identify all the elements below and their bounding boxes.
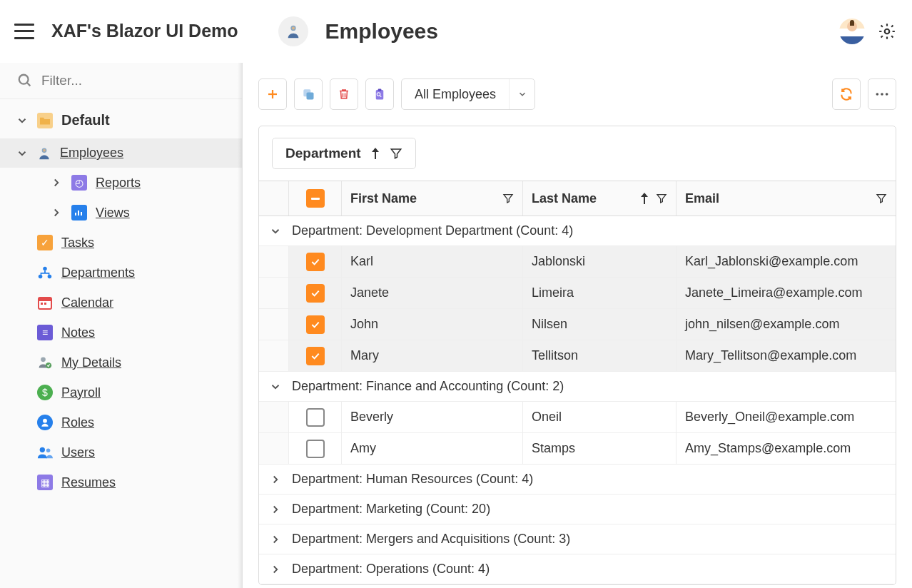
nav-item-reports[interactable]: ◴Reports	[0, 168, 242, 198]
checkbox-checked-icon[interactable]	[306, 253, 325, 271]
nav-item-resumes[interactable]: ▦Resumes	[0, 467, 242, 497]
cell-first-name: Amy	[342, 433, 523, 464]
nav-item-label: Tasks	[61, 235, 94, 250]
nav-item-payroll[interactable]: $Payroll	[0, 377, 242, 407]
svg-rect-15	[39, 298, 51, 301]
svg-rect-36	[375, 151, 376, 159]
nav-item-my-details[interactable]: My Details	[0, 348, 242, 377]
checkbox-empty-icon[interactable]	[306, 408, 325, 427]
group-label: Department: Operations (Count: 4)	[292, 562, 490, 577]
nav-item-tasks[interactable]: ✓Tasks	[0, 228, 242, 258]
group-row[interactable]: Department: Marketing (Count: 20)	[259, 495, 896, 524]
svg-rect-30	[378, 89, 382, 91]
more-actions-button[interactable]	[868, 78, 896, 110]
group-panel: Department	[259, 126, 896, 181]
filter-icon[interactable]	[656, 193, 667, 204]
group-label: Department: Development Department (Coun…	[292, 223, 573, 238]
nav-item-label: Roles	[61, 415, 94, 430]
data-row[interactable]: MaryTellitsonMary_Tellitson@example.com	[259, 340, 896, 372]
checkbox-indeterminate-icon	[306, 189, 325, 208]
nav-item-roles[interactable]: Roles	[0, 407, 242, 437]
clipboard-button[interactable]	[365, 78, 394, 110]
chevron-down-icon	[269, 225, 282, 238]
filter-icon[interactable]	[876, 193, 887, 204]
chevron-right-icon	[269, 563, 282, 576]
filter-icon[interactable]	[390, 147, 402, 160]
svg-rect-16	[41, 303, 43, 305]
nav-item-label: Users	[61, 445, 95, 460]
data-row[interactable]: JohnNilsenjohn_nilsen@example.com	[259, 309, 896, 340]
group-row[interactable]: Department: Operations (Count: 4)	[259, 554, 896, 584]
svg-line-4	[27, 83, 31, 86]
svg-point-34	[881, 93, 883, 96]
nav-item-label: Payroll	[61, 385, 101, 400]
svg-point-18	[41, 358, 46, 363]
chevron-right-icon	[269, 503, 282, 516]
settings-button[interactable]	[876, 21, 898, 42]
group-row[interactable]: Department: Mergers and Acquisitions (Co…	[259, 524, 896, 554]
group-chip-department[interactable]: Department	[272, 138, 416, 169]
svg-point-2	[885, 29, 890, 34]
column-email[interactable]: Email	[677, 181, 896, 216]
clone-button[interactable]	[294, 78, 323, 110]
group-label: Department: Human Resources (Count: 4)	[292, 472, 533, 487]
group-row[interactable]: Department: Development Department (Coun…	[259, 216, 896, 246]
delete-button[interactable]	[330, 78, 358, 110]
data-row[interactable]: AmyStampsAmy_Stamps@example.com	[259, 433, 896, 465]
nav-group-default[interactable]: Default	[0, 102, 242, 138]
nav-filter-input[interactable]	[41, 73, 225, 88]
refresh-button[interactable]	[832, 78, 861, 110]
group-label: Department: Mergers and Acquisitions (Co…	[292, 532, 570, 547]
new-button[interactable]	[258, 78, 287, 110]
app-header: XAF's Blazor UI Demo Employees	[0, 0, 912, 63]
data-row[interactable]: JaneteLimeiraJanete_Limeira@example.com	[259, 278, 896, 309]
group-chip-label: Department	[285, 146, 361, 161]
nav-item-label: Resumes	[61, 475, 116, 490]
cell-email: Amy_Stamps@example.com	[677, 433, 896, 464]
group-row[interactable]: Department: Human Resources (Count: 4)	[259, 465, 896, 495]
menu-toggle-button[interactable]	[14, 24, 34, 39]
svg-point-33	[876, 93, 879, 96]
column-first-name[interactable]: First Name	[342, 181, 523, 216]
cell-last-name: Jablonski	[523, 246, 677, 277]
cell-first-name: Janete	[342, 278, 523, 308]
svg-point-35	[886, 93, 888, 96]
data-row[interactable]: BeverlyOneilBeverly_Oneil@example.com	[259, 402, 896, 433]
sidebar: Default Employees◴ReportsViews✓TasksDepa…	[0, 63, 243, 588]
column-last-name[interactable]: Last Name	[523, 181, 677, 216]
user-avatar[interactable]	[839, 19, 865, 44]
chevron-down-icon	[269, 380, 282, 393]
nav-item-label: My Details	[61, 355, 121, 370]
chevron-right-icon	[269, 533, 282, 546]
data-row[interactable]: KarlJablonskiKarl_Jablonski@example.com	[259, 246, 896, 278]
cell-last-name: Stamps	[523, 433, 677, 464]
checkbox-checked-icon[interactable]	[306, 284, 325, 303]
cell-last-name: Nilsen	[523, 309, 677, 340]
svg-point-21	[40, 447, 45, 452]
nav-item-employees[interactable]: Employees	[0, 138, 242, 168]
cell-first-name: Karl	[342, 246, 523, 277]
main-content: All Employees Department	[243, 63, 912, 588]
checkbox-empty-icon[interactable]	[306, 440, 325, 458]
cell-first-name: Beverly	[342, 402, 523, 432]
checkbox-checked-icon[interactable]	[306, 347, 325, 365]
cell-last-name: Limeira	[523, 278, 677, 308]
nav-item-calendar[interactable]: Calendar	[0, 288, 242, 318]
svg-rect-8	[75, 213, 76, 216]
nav-item-views[interactable]: Views	[0, 198, 242, 228]
view-filter-dropdown[interactable]: All Employees	[401, 78, 535, 110]
cell-last-name: Oneil	[523, 402, 677, 432]
group-row[interactable]: Department: Finance and Accounting (Coun…	[259, 372, 896, 402]
nav-item-users[interactable]: Users	[0, 437, 242, 467]
nav-item-departments[interactable]: Departments	[0, 258, 242, 288]
nav-item-notes[interactable]: ≡Notes	[0, 318, 242, 348]
filter-icon[interactable]	[502, 193, 514, 204]
grid-header: First Name Last Name Email	[259, 181, 896, 216]
svg-rect-10	[81, 212, 82, 216]
svg-rect-26	[307, 93, 314, 100]
column-select-all[interactable]	[289, 181, 342, 216]
checkbox-checked-icon[interactable]	[306, 315, 325, 334]
chevron-down-icon	[16, 147, 29, 160]
toolbar: All Employees	[258, 78, 896, 110]
view-filter-label: All Employees	[402, 87, 509, 102]
